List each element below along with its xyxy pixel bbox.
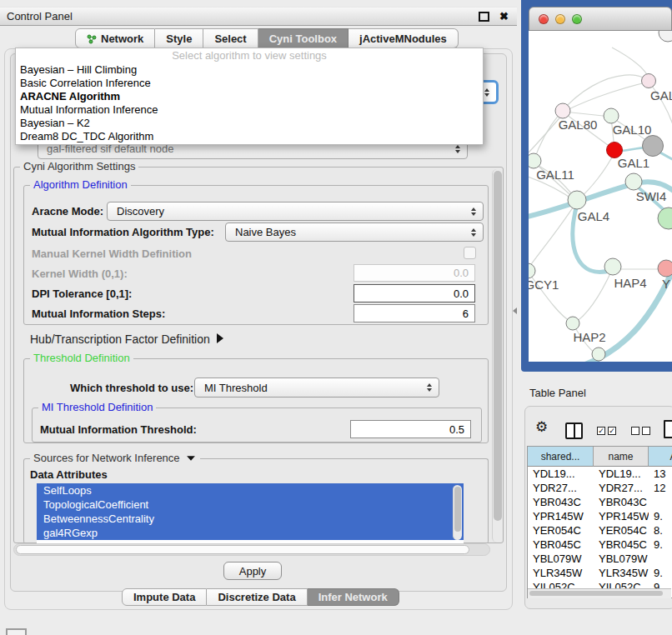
minimize-light-icon[interactable]	[555, 14, 565, 24]
table-cell: YDR27...	[528, 481, 594, 495]
table-row[interactable]: YER054CYER054C8.	[528, 523, 672, 538]
table-row[interactable]: YBL079WYBL079W	[528, 552, 672, 566]
kernel-width-field[interactable]: 0.0	[354, 264, 475, 282]
table-row[interactable]: YBR045CYBR045C9.	[528, 538, 672, 552]
list-item[interactable]: gal4RGexp	[37, 526, 464, 540]
algorithm-popup-items: Bayesian – Hill ClimbingBasic Correlatio…	[16, 63, 483, 143]
column-header-shared[interactable]: shared...	[528, 447, 594, 467]
dpi-tolerance-label: DPI Tolerance [0,1]:	[32, 288, 132, 300]
deselect-all-icon[interactable]	[631, 427, 650, 435]
svg-text:GCY1: GCY1	[529, 278, 559, 292]
tab-select[interactable]: Select	[203, 28, 258, 48]
table-row[interactable]: YPR145WYPR145W9.	[528, 509, 672, 523]
mi-steps-field[interactable]: 6	[354, 304, 475, 322]
list-item[interactable]: TopologicalCoefficient	[37, 498, 464, 512]
table-cell	[649, 552, 672, 566]
tab-jactivemnodules[interactable]: jActiveMNodules	[349, 28, 459, 48]
tab-infer-network[interactable]: Infer Network	[308, 588, 399, 606]
algorithm-option[interactable]: Basic Correlation Inference	[16, 77, 483, 90]
mi-threshold-field[interactable]: 0.5	[350, 420, 471, 438]
float-icon[interactable]	[479, 12, 489, 22]
algorithm-option[interactable]: Bayesian – Hill Climbing	[16, 63, 483, 77]
hub-definition-toggle[interactable]: Hub/Transcription Factor Definition	[30, 332, 223, 346]
which-threshold-combo[interactable]: MI Threshold	[194, 378, 439, 398]
table-row[interactable]: YLR345WYLR345W9.	[528, 566, 672, 580]
table-row[interactable]: YBR043CYBR043C	[528, 495, 672, 509]
svg-text:GAL80: GAL80	[559, 118, 598, 132]
gear-icon[interactable]: ⚙	[535, 419, 548, 436]
table-cell: 9.	[649, 538, 672, 552]
table-horizontal-scrollbar[interactable]	[528, 588, 671, 598]
algorithm-placeholder: Select algorithm to view settings	[16, 48, 483, 63]
svg-text:SWI4: SWI4	[636, 189, 667, 203]
algorithm-option[interactable]: Bayesian – K2	[16, 117, 483, 130]
splitter-handle[interactable]	[513, 308, 517, 314]
node-table[interactable]: shared...nameA YDL19...YDL19...13YDR27..…	[527, 446, 672, 598]
settings-horizontal-scrollbar[interactable]	[13, 543, 490, 556]
algorithm-option[interactable]: ARACNE Algorithm	[16, 90, 483, 103]
table-cell: 9.	[649, 566, 672, 580]
mi-algorithm-type-combo[interactable]: Naive Bayes	[225, 222, 484, 242]
table-row[interactable]: YDL19...YDL19...13	[528, 467, 672, 481]
table-cell: 8.	[649, 523, 672, 538]
dpi-tolerance-field[interactable]: 0.0	[354, 284, 475, 302]
svg-text:GAL10: GAL10	[613, 122, 652, 137]
table-panel-title: Table Panel	[529, 387, 586, 399]
tab-impute-data[interactable]: Impute Data	[122, 588, 207, 606]
svg-text:GAL11: GAL11	[536, 168, 574, 182]
mi-algorithm-type-value: Naive Bayes	[235, 226, 296, 238]
table-cell: YBR043C	[594, 495, 649, 509]
table-cell: 9.	[649, 509, 672, 523]
split-view-icon[interactable]	[565, 422, 583, 439]
which-threshold-value: MI Threshold	[204, 382, 268, 394]
algorithm-option[interactable]: Mutual Information Inference	[16, 103, 483, 117]
tab-cyni-toolbox[interactable]: Cyni Toolbox	[258, 28, 349, 48]
tab-style[interactable]: Style	[155, 28, 203, 48]
close-light-icon[interactable]	[539, 14, 549, 24]
settings-vertical-scrollbar[interactable]	[492, 169, 503, 542]
tab-network[interactable]: Network	[75, 28, 155, 48]
data-attributes-list[interactable]: SelfLoopsTopologicalCoefficientBetweenne…	[37, 483, 464, 543]
select-all-icon[interactable]: ✓✓	[597, 427, 616, 435]
close-icon[interactable]: ✖	[499, 11, 509, 22]
table-cell	[649, 495, 672, 509]
panel-grip[interactable]	[6, 628, 27, 635]
sources-title[interactable]: Sources for Network Inference	[30, 452, 200, 464]
column-header-a[interactable]: A	[649, 447, 672, 467]
mi-threshold-label: Mutual Information Threshold:	[40, 423, 197, 436]
algorithm-definition-title: Algorithm Definition	[30, 178, 131, 191]
list-vertical-scrollbar[interactable]	[453, 485, 462, 540]
table-row[interactable]: YDR27...YDR27...12	[528, 481, 672, 495]
tab-label: jActiveMNodules	[359, 32, 447, 45]
manual-kernel-width-checkbox[interactable]	[464, 247, 476, 259]
aracne-mode-value: Discovery	[117, 205, 164, 218]
file-icon[interactable]	[664, 420, 672, 438]
list-item[interactable]: SelfLoops	[37, 483, 464, 498]
collapsed-arrow-icon	[217, 333, 223, 343]
aracne-mode-combo[interactable]: Discovery	[107, 202, 484, 221]
zoom-light-icon[interactable]	[572, 14, 582, 24]
network-window-titlebar[interactable]	[529, 7, 672, 31]
which-threshold-label: Which threshold to use:	[70, 382, 193, 394]
column-header-name[interactable]: name	[594, 447, 649, 467]
cyni-algorithm-settings-title: Cyni Algorithm Settings	[20, 160, 138, 172]
tab-label: Impute Data	[133, 591, 195, 603]
aracne-mode-label: Aracne Mode:	[32, 205, 103, 218]
table-cell: YDL19...	[528, 467, 594, 481]
network-view[interactable]: GALGAL80GAL10GAL1GAL11SWI4GAL4GCY1HAP4YH…	[529, 31, 672, 362]
svg-text:HAP4: HAP4	[614, 276, 646, 290]
manual-kernel-width-label: Manual Kernel Width Definition	[32, 248, 192, 260]
algorithm-dropdown-popup: Select algorithm to view settings Bayesi…	[15, 48, 484, 145]
list-item[interactable]: BetweennessCentrality	[37, 512, 464, 526]
table-cell: YBR045C	[528, 538, 594, 552]
svg-text:HAP2: HAP2	[573, 330, 605, 344]
algorithm-option[interactable]: Dream8 DC_TDC Algorithm	[16, 130, 483, 143]
network-icon	[87, 33, 97, 44]
tab-discretize-data[interactable]: Discretize Data	[207, 588, 307, 606]
tab-label: Discretize Data	[218, 591, 295, 603]
mi-threshold-definition-title: MI Threshold Definition	[38, 401, 156, 413]
apply-button[interactable]: Apply	[223, 562, 282, 580]
table-cell: YLR345W	[594, 566, 649, 580]
table-cell: YPR145W	[528, 509, 594, 523]
mi-steps-label: Mutual Information Steps:	[32, 308, 165, 320]
